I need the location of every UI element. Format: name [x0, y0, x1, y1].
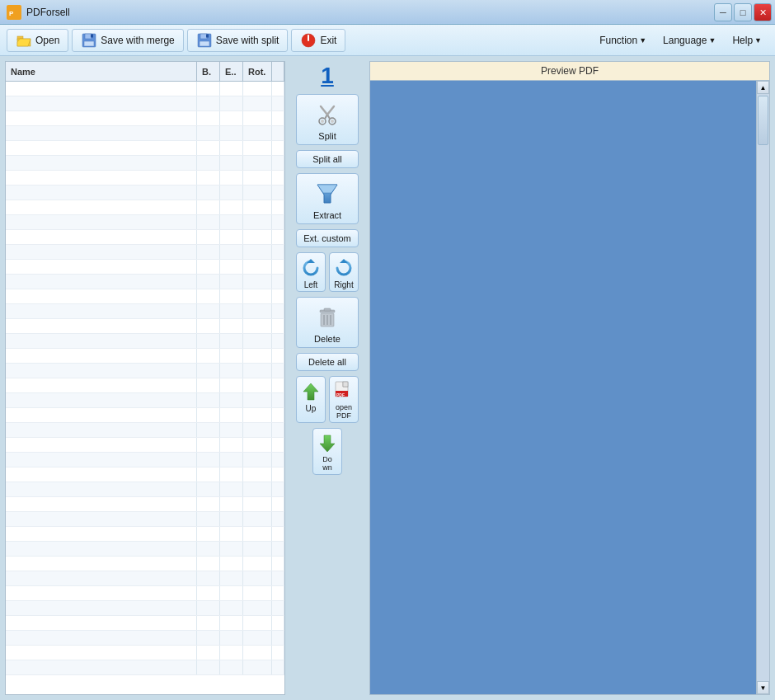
svg-point-20 [321, 120, 324, 123]
file-row[interactable] [6, 186, 284, 200]
file-row[interactable] [6, 378, 284, 393]
close-button[interactable]: ✕ [754, 3, 772, 21]
extract-button[interactable]: Extract [296, 173, 359, 224]
scroll-down-arrow[interactable]: ▼ [757, 681, 769, 694]
svg-text:PDF: PDF [336, 392, 345, 397]
split-label: Split [318, 131, 336, 141]
col-header-rot: Rot. [243, 62, 272, 81]
file-row[interactable] [6, 245, 284, 260]
file-row[interactable] [6, 111, 284, 126]
function-chevron-icon: ▼ [639, 36, 646, 45]
rotate-right-button[interactable]: Right [329, 252, 359, 292]
split-button[interactable]: Split [296, 94, 359, 145]
svg-line-19 [327, 106, 334, 115]
file-list-rows[interactable] [6, 82, 284, 694]
language-menu[interactable]: Language ▼ [656, 31, 722, 49]
file-row[interactable] [6, 467, 284, 482]
scroll-thumb[interactable] [758, 96, 768, 145]
window-controls: ─ □ ✕ [714, 3, 772, 21]
save-merge-button[interactable]: Save with merge [72, 29, 183, 52]
trash-icon [312, 303, 342, 332]
file-row[interactable] [6, 660, 284, 675]
save-split-button[interactable]: Save with split [187, 29, 289, 52]
delete-all-button[interactable]: Delete all [296, 353, 359, 371]
file-row[interactable] [6, 631, 284, 646]
svg-marker-32 [303, 383, 318, 400]
file-row[interactable] [6, 408, 284, 423]
down-button[interactable]: Down [312, 428, 342, 475]
function-menu[interactable]: Function ▼ [593, 31, 653, 49]
menu-right: Function ▼ Language ▼ Help ▼ [593, 31, 768, 49]
file-row[interactable] [6, 289, 284, 304]
svg-text:P: P [9, 10, 14, 17]
delete-button[interactable]: Delete [296, 297, 359, 348]
file-row[interactable] [6, 453, 284, 467]
title-bar: P PDForsell ─ □ ✕ [0, 0, 775, 25]
scroll-track[interactable] [757, 94, 769, 681]
file-row[interactable] [6, 497, 284, 512]
file-row[interactable] [6, 393, 284, 408]
app-title: PDForsell [26, 7, 70, 18]
preview-scrollbar[interactable]: ▲ ▼ [756, 81, 769, 694]
svg-rect-7 [91, 34, 93, 37]
exit-button[interactable]: Exit [291, 29, 345, 52]
file-row[interactable] [6, 557, 284, 571]
file-row[interactable] [6, 586, 284, 601]
file-row[interactable] [6, 601, 284, 616]
file-row[interactable] [6, 82, 284, 96]
file-row[interactable] [6, 616, 284, 631]
down-icon [316, 432, 339, 455]
rotate-row: Left Right [296, 252, 359, 292]
file-row[interactable] [6, 260, 284, 275]
file-row[interactable] [6, 349, 284, 364]
save-merge-icon [81, 32, 97, 49]
language-chevron-icon: ▼ [708, 36, 716, 45]
open-icon [16, 32, 32, 49]
file-row[interactable] [6, 423, 284, 438]
file-row[interactable] [6, 141, 284, 156]
open-pdf-icon: PDF [332, 380, 355, 403]
scroll-up-arrow[interactable]: ▲ [757, 81, 769, 94]
file-row[interactable] [6, 275, 284, 289]
maximize-button[interactable]: □ [734, 3, 752, 21]
rotate-left-button[interactable]: Left [296, 252, 326, 292]
file-row[interactable] [6, 215, 284, 230]
file-row[interactable] [6, 171, 284, 186]
file-row[interactable] [6, 230, 284, 245]
svg-rect-5 [85, 34, 92, 39]
save-split-icon [196, 32, 213, 49]
file-row[interactable] [6, 156, 284, 171]
file-row[interactable] [6, 96, 284, 111]
help-menu[interactable]: Help ▼ [726, 31, 768, 49]
help-chevron-icon: ▼ [754, 36, 762, 45]
file-row[interactable] [6, 364, 284, 378]
svg-rect-10 [200, 41, 209, 46]
ext-custom-button[interactable]: Ext. custom [296, 229, 359, 247]
preview-header: Preview PDF [370, 62, 769, 81]
file-row[interactable] [6, 304, 284, 319]
file-row[interactable] [6, 571, 284, 586]
col-header-e: E.. [220, 62, 243, 81]
file-row[interactable] [6, 200, 284, 215]
file-row[interactable] [6, 527, 284, 542]
exit-icon [300, 32, 317, 49]
split-all-button[interactable]: Split all [296, 150, 359, 168]
file-row[interactable] [6, 512, 284, 527]
file-row[interactable] [6, 438, 284, 453]
up-button[interactable]: Up [296, 376, 326, 423]
svg-point-21 [331, 120, 334, 123]
open-pdf-button[interactable]: PDF openPDF [329, 376, 359, 423]
svg-rect-9 [200, 34, 207, 39]
file-row[interactable] [6, 542, 284, 557]
file-row[interactable] [6, 319, 284, 334]
file-row[interactable] [6, 482, 284, 497]
file-row[interactable] [6, 126, 284, 141]
open-button[interactable]: Open [7, 29, 68, 52]
file-list-panel: Name B. E.. Rot. [5, 61, 285, 695]
file-row[interactable] [6, 646, 284, 660]
scissors-icon [312, 100, 342, 129]
page-number[interactable]: 1 [321, 64, 334, 87]
minimize-button[interactable]: ─ [714, 3, 732, 21]
file-row[interactable] [6, 334, 284, 349]
svg-rect-36 [343, 382, 348, 387]
